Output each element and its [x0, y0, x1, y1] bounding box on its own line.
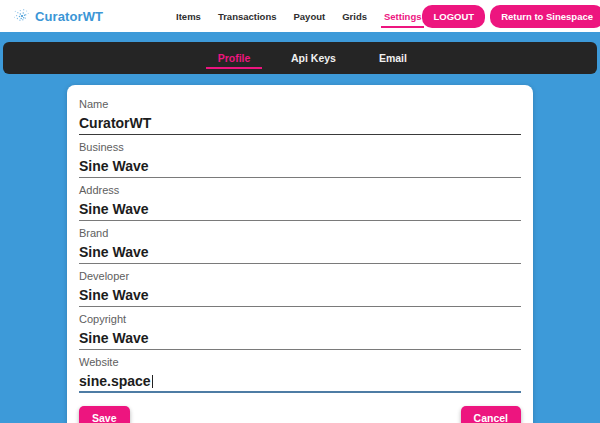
nav-item-items[interactable]: Items [175, 7, 202, 26]
tab-api-keys-label: Api Keys [291, 52, 336, 64]
brand-field: Brand Sine Wave [79, 227, 521, 264]
brand-field-label: Brand [79, 227, 521, 239]
tab-email[interactable]: Email [365, 42, 421, 74]
website-field-label: Website [79, 356, 521, 368]
logo-spiral-icon [12, 6, 32, 26]
copyright-field: Copyright Sine Wave [79, 313, 521, 350]
copyright-input[interactable]: Sine Wave [79, 330, 521, 350]
profile-form-card: Name CuratorWT Business Sine Wave Addres… [67, 85, 533, 423]
top-navbar: CuratorWT Items Transactions Payout Grid… [0, 0, 600, 32]
nav-links: Items Transactions Payout Grids Settings [175, 7, 422, 26]
copyright-field-label: Copyright [79, 313, 521, 325]
form-actions: Save Cancel [79, 406, 521, 423]
brand-name: CuratorWT [35, 9, 103, 24]
business-field: Business Sine Wave [79, 141, 521, 178]
nav-item-settings-label: Settings [384, 11, 421, 22]
name-field: Name CuratorWT [79, 98, 521, 135]
logout-button[interactable]: LOGOUT [422, 5, 485, 28]
tab-api-keys[interactable]: Api Keys [282, 42, 345, 74]
developer-input[interactable]: Sine Wave [79, 287, 521, 307]
tab-profile[interactable]: Profile [206, 42, 262, 74]
name-input[interactable]: CuratorWT [79, 115, 521, 135]
address-field-label: Address [79, 184, 521, 196]
return-to-sinespace-button[interactable]: Return to Sinespace [490, 5, 600, 28]
brand-input[interactable]: Sine Wave [79, 244, 521, 264]
business-input[interactable]: Sine Wave [79, 158, 521, 178]
save-button[interactable]: Save [79, 406, 130, 423]
active-nav-underline [381, 26, 424, 28]
cancel-button[interactable]: Cancel [461, 406, 521, 423]
nav-item-settings[interactable]: Settings [383, 7, 422, 26]
nav-buttons: LOGOUT Return to Sinespace Support [422, 5, 600, 28]
website-input[interactable]: sine.space [79, 373, 521, 393]
name-field-label: Name [79, 98, 521, 110]
address-field: Address Sine Wave [79, 184, 521, 221]
address-input[interactable]: Sine Wave [79, 201, 521, 221]
nav-item-transactions[interactable]: Transactions [217, 7, 278, 26]
nav-item-payout[interactable]: Payout [293, 7, 327, 26]
website-field: Website sine.space [79, 356, 521, 393]
website-input-value: sine.space [79, 373, 151, 389]
developer-field-label: Developer [79, 270, 521, 282]
tab-profile-label: Profile [218, 52, 251, 64]
tab-email-label: Email [379, 52, 407, 64]
business-field-label: Business [79, 141, 521, 153]
nav-item-grids[interactable]: Grids [341, 7, 368, 26]
settings-tabbar: Profile Api Keys Email [3, 42, 597, 74]
developer-field: Developer Sine Wave [79, 270, 521, 307]
text-cursor [152, 375, 154, 388]
brand-logo[interactable]: CuratorWT [12, 6, 103, 26]
active-tab-underline [206, 67, 262, 69]
